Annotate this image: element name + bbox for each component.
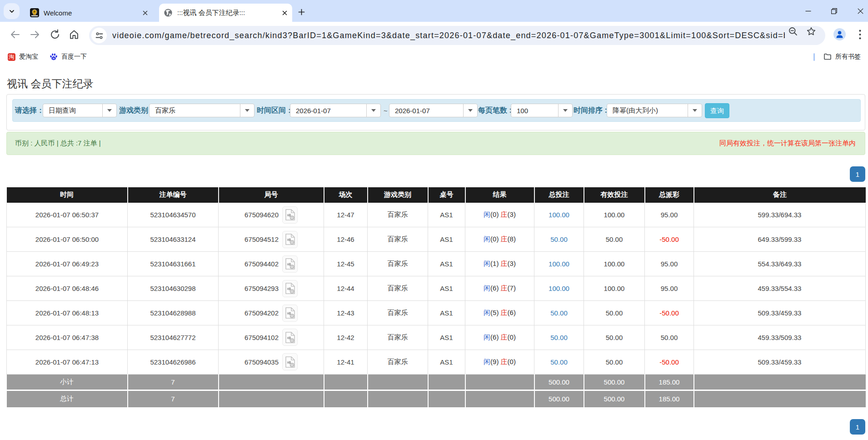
- cell-table: AS1: [428, 276, 465, 301]
- game-type-select[interactable]: 百家乐: [149, 104, 254, 117]
- cell-round: 675094402: [219, 252, 324, 276]
- video-file-icon: [285, 209, 295, 221]
- cell-round: 675094620: [219, 203, 324, 227]
- cell-bet-id: 523104631661: [128, 252, 219, 276]
- combo-arrow-icon[interactable]: [463, 104, 477, 117]
- total-label: 总计: [7, 390, 128, 407]
- cell-bet-id: 523104633124: [128, 227, 219, 252]
- col-game: 游戏类别: [368, 187, 428, 203]
- cell-game: 百家乐: [368, 350, 428, 374]
- video-replay-button[interactable]: [282, 353, 298, 370]
- per-page-label: 每页笔数 :: [478, 106, 512, 115]
- col-total-bet: 总投注: [534, 187, 584, 203]
- combo-arrow-icon[interactable]: [688, 104, 702, 117]
- table-row: 2026-01-07 06:50:00 523104633124 6750945…: [7, 227, 866, 252]
- video-replay-button[interactable]: [282, 255, 298, 273]
- cell-result: 闲(6) 庄(7): [465, 276, 534, 301]
- summary-currency-text: 币别 : 人民币 | 总共 :7 注单 |: [15, 139, 719, 148]
- table-row: 2026-01-07 06:47:13 523104626986 6750940…: [7, 350, 866, 374]
- summary-bar: 币别 : 人民币 | 总共 :7 注单 | 同局有效投注，统一计算在该局第一张注…: [6, 132, 865, 155]
- video-replay-button[interactable]: [282, 329, 298, 346]
- col-note: 备注: [694, 187, 866, 203]
- combo-arrow-icon[interactable]: [102, 104, 116, 117]
- table-row: 2026-01-07 06:49:23 523104631661 6750944…: [7, 252, 866, 276]
- cell-bet-id: 523104634570: [128, 203, 219, 227]
- combo-arrow-icon[interactable]: [558, 104, 572, 117]
- subtotal-payout: 185.00: [645, 374, 694, 390]
- cell-bet-id: 523104630298: [128, 276, 219, 301]
- cell-total-bet: 50.00: [534, 227, 584, 252]
- combo-arrow-icon[interactable]: [366, 104, 380, 117]
- video-replay-button[interactable]: [282, 280, 298, 297]
- cell-table: AS1: [428, 301, 465, 325]
- cell-total-bet: 100.00: [534, 252, 584, 276]
- cell-table: AS1: [428, 252, 465, 276]
- cell-table: AS1: [428, 203, 465, 227]
- sort-label: 时间排序 :: [574, 106, 607, 115]
- col-payout: 总派彩: [645, 187, 694, 203]
- cell-table: AS1: [428, 325, 465, 350]
- table-body: 2026-01-07 06:50:37 523104634570 6750946…: [7, 203, 866, 374]
- table-row: 2026-01-07 06:48:46 523104630298 6750942…: [7, 276, 866, 301]
- sort-select[interactable]: 降幂(由大到小): [607, 104, 702, 117]
- date-start-select[interactable]: 2026-01-07: [290, 104, 381, 117]
- cell-session: 12-47: [324, 203, 368, 227]
- table-row: 2026-01-07 06:47:38 523104627772 6750941…: [7, 325, 866, 350]
- cell-note: 599.33/694.33: [694, 203, 866, 227]
- cell-bet-id: 523104628988: [128, 301, 219, 325]
- cell-session: 12-45: [324, 252, 368, 276]
- cell-payout: -50.00: [645, 350, 694, 374]
- total-valid-bet: 500.00: [584, 390, 645, 407]
- page-title: 视讯 会员下注纪录: [7, 77, 93, 91]
- cell-session: 12-43: [324, 301, 368, 325]
- cell-valid-bet: 50.00: [584, 325, 645, 350]
- cell-result: 闲(1) 庄(3): [465, 252, 534, 276]
- pagination-page-1-bottom[interactable]: 1: [850, 419, 865, 435]
- cell-valid-bet: 50.00: [584, 350, 645, 374]
- video-file-icon: [285, 307, 295, 319]
- date-range-label: 时间区间：: [257, 106, 293, 115]
- total-count: 7: [128, 390, 219, 407]
- cell-game: 百家乐: [368, 252, 428, 276]
- cell-result: 闲(0) 庄(3): [465, 203, 534, 227]
- cell-game: 百家乐: [368, 325, 428, 350]
- pagination-page-1-top[interactable]: 1: [850, 166, 865, 182]
- cell-game: 百家乐: [368, 227, 428, 252]
- search-button[interactable]: 查询: [705, 103, 729, 118]
- cell-note: 509.33/459.33: [694, 350, 866, 374]
- summary-notice-text: 同局有效投注，统一计算在该局第一张注单内: [719, 139, 856, 148]
- bet-records-table: 时间 注单编号 局号 场次 游戏类别 桌号 结果 总投注 有效投注 总派彩 备注…: [6, 187, 866, 407]
- subtotal-row: 小计 7 500.00 500.00 185.00: [7, 374, 866, 390]
- date-end-select[interactable]: 2026-01-07: [389, 104, 478, 117]
- query-type-select[interactable]: 日期查询: [43, 104, 117, 117]
- cell-total-bet: 100.00: [534, 203, 584, 227]
- total-row: 总计 7 500.00 500.00 185.00: [7, 390, 866, 407]
- cell-total-bet: 100.00: [534, 276, 584, 301]
- per-page-select[interactable]: 100: [511, 104, 573, 117]
- col-bet-id: 注单编号: [128, 187, 219, 203]
- video-replay-button[interactable]: [282, 305, 298, 322]
- cell-payout: 95.00: [645, 276, 694, 301]
- subtotal-valid-bet: 500.00: [584, 374, 645, 390]
- cell-time: 2026-01-07 06:48:13: [7, 301, 128, 325]
- cell-session: 12-46: [324, 227, 368, 252]
- cell-note: 649.33/599.33: [694, 227, 866, 252]
- cell-time: 2026-01-07 06:47:13: [7, 350, 128, 374]
- cell-result: 闲(5) 庄(6): [465, 301, 534, 325]
- video-file-icon: [285, 258, 295, 270]
- combo-arrow-icon[interactable]: [240, 104, 254, 117]
- video-replay-button[interactable]: [282, 231, 298, 248]
- cell-total-bet: 50.00: [534, 350, 584, 374]
- cell-round: 675094512: [219, 227, 324, 252]
- filter-strip: 请选择： 日期查询 游戏类别 百家乐 时间区间： 2026-01-07: [12, 99, 861, 122]
- cell-bet-id: 523104626986: [128, 350, 219, 374]
- video-file-icon: [285, 331, 295, 344]
- cell-bet-id: 523104627772: [128, 325, 219, 350]
- video-replay-button[interactable]: [282, 206, 298, 224]
- cell-time: 2026-01-07 06:50:00: [7, 227, 128, 252]
- date-range-tilde: ~: [384, 107, 388, 115]
- cell-payout: 50.00: [645, 325, 694, 350]
- cell-payout: 95.00: [645, 252, 694, 276]
- cell-payout: -50.00: [645, 301, 694, 325]
- cell-table: AS1: [428, 350, 465, 374]
